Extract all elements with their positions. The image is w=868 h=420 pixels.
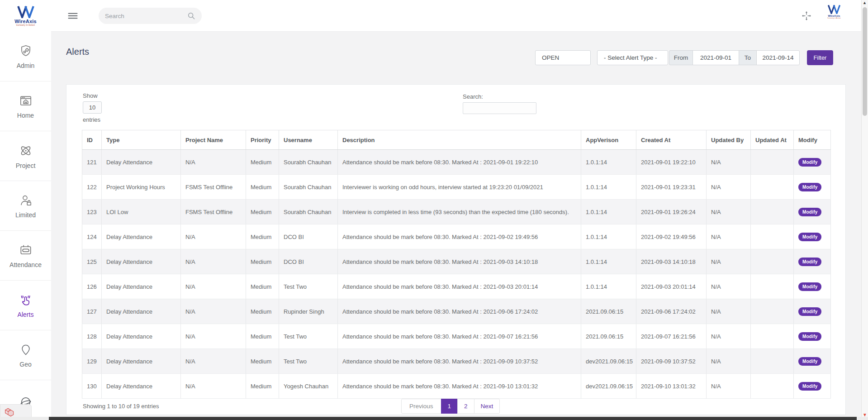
status-select[interactable]: OPEN xyxy=(535,50,591,65)
pagination-page-2[interactable]: 2 xyxy=(457,399,474,414)
horizontal-scrollbar[interactable] xyxy=(0,417,868,420)
sidebar-item-label: Geo xyxy=(19,361,31,368)
to-label: To xyxy=(739,50,757,65)
horizontal-scroll-thumb[interactable] xyxy=(49,417,857,420)
cell-project-name: N/A xyxy=(181,224,246,249)
cell-updated-by: N/A xyxy=(707,150,751,175)
modify-button[interactable]: Modify xyxy=(798,258,821,266)
global-search-input[interactable] xyxy=(105,13,187,19)
col-header-modify[interactable]: Modify xyxy=(794,130,831,150)
page-length-input[interactable] xyxy=(83,101,102,114)
modify-button[interactable]: Modify xyxy=(798,183,821,191)
modify-button[interactable]: Modify xyxy=(798,208,821,216)
from-date-input[interactable] xyxy=(693,50,739,65)
cell-updated-at xyxy=(751,324,794,349)
cell-updated-by: N/A xyxy=(707,374,751,399)
sidebar-item-project[interactable]: Project xyxy=(0,131,51,181)
col-header-priority[interactable]: Priority xyxy=(246,130,279,150)
modify-button[interactable]: Modify xyxy=(798,233,821,241)
cell-description: Attendance should be mark before 08:30. … xyxy=(338,299,581,324)
sidebar-item-admin[interactable]: Admin xyxy=(0,32,51,81)
vertical-scrollbar[interactable]: ▲ ▼ xyxy=(861,0,868,420)
cell-priority: Medium xyxy=(246,200,279,224)
cell-updated-at xyxy=(751,249,794,274)
sidebar-item-limited[interactable]: Limited xyxy=(0,181,51,231)
cell-updated-at xyxy=(751,274,794,299)
table-header-row: ID Type Project Name Priority Username D… xyxy=(82,130,831,150)
cell-app-version: dev2021.09.06:15 xyxy=(581,349,636,374)
table-row: 125Delay AttendanceN/AMediumDCO BIAttend… xyxy=(82,249,831,274)
cell-username: Test Two xyxy=(279,274,338,299)
col-header-id[interactable]: ID xyxy=(82,130,102,150)
cell-app-version: 2021.09.06:15 xyxy=(581,324,636,349)
menu-toggle-button[interactable] xyxy=(67,10,79,22)
cell-created-at: 2021-09-06 17:24:02 xyxy=(636,299,707,324)
cell-modify: Modify xyxy=(794,299,831,324)
modify-button[interactable]: Modify xyxy=(798,158,821,167)
cell-type: LOI Low xyxy=(102,200,181,224)
pagination-next[interactable]: Next xyxy=(474,399,500,414)
expand-arrows-icon xyxy=(802,11,811,21)
table-row: 128Delay AttendanceN/AMediumTest TwoAtte… xyxy=(82,324,831,349)
cell-modify: Modify xyxy=(794,175,831,200)
cell-created-at: 2021-09-01 19:26:24 xyxy=(636,200,707,224)
cell-username: Test Two xyxy=(279,324,338,349)
pagination-previous[interactable]: Previous xyxy=(401,399,441,414)
modify-button[interactable]: Modify xyxy=(798,357,821,366)
cell-username: Rupinder Singh xyxy=(279,299,338,324)
table-search-control: Search: xyxy=(463,93,536,114)
sidebar-item-attendance[interactable]: Attendance xyxy=(0,231,51,281)
modify-button[interactable]: Modify xyxy=(798,382,821,391)
col-header-updated-by[interactable]: Updated By xyxy=(707,130,751,150)
modify-button[interactable]: Modify xyxy=(798,307,821,316)
table-search-input[interactable] xyxy=(463,102,536,114)
filter-button[interactable]: Filter xyxy=(807,50,833,65)
table-search-label: Search: xyxy=(463,93,483,100)
modify-button[interactable]: Modify xyxy=(798,282,821,291)
tap-hand-icon xyxy=(19,293,33,307)
sidebar-item-home[interactable]: Home xyxy=(0,81,51,131)
cell-type: Delay Attendance xyxy=(102,374,181,399)
cell-app-version: 1.0.1:14 xyxy=(581,150,636,175)
map-pin-icon xyxy=(19,343,33,357)
cell-app-version: dev2021.09.06:15 xyxy=(581,374,636,399)
sidebar-item-geo[interactable]: Geo xyxy=(0,330,51,380)
col-header-updated-at[interactable]: Updated At xyxy=(751,130,794,150)
modify-button[interactable]: Modify xyxy=(798,332,821,341)
cell-description: Attendance should be mark before 08:30. … xyxy=(338,374,581,399)
cell-app-version: 1.0.1:14 xyxy=(581,200,636,224)
scroll-up-arrow-icon[interactable]: ▲ xyxy=(863,0,867,5)
table-row: 124Delay AttendanceN/AMediumDCO BIAttend… xyxy=(82,224,831,249)
cell-created-at: 2021-09-03 20:01:14 xyxy=(636,274,707,299)
wireaxis-logo-icon xyxy=(827,5,841,14)
cell-updated-at xyxy=(751,349,794,374)
vertical-scroll-thumb[interactable] xyxy=(863,7,867,116)
cell-updated-at xyxy=(751,150,794,175)
table-row: 126Delay AttendanceN/AMediumTest TwoAtte… xyxy=(82,274,831,299)
cell-created-at: 2021-09-02 19:49:56 xyxy=(636,224,707,249)
to-date-input[interactable] xyxy=(756,50,800,65)
sidebar-item-label: Admin xyxy=(17,62,35,69)
col-header-project-name[interactable]: Project Name xyxy=(181,130,246,150)
cell-updated-at xyxy=(751,374,794,399)
col-header-created-at[interactable]: Created At xyxy=(636,130,707,150)
cell-updated-by: N/A xyxy=(707,224,751,249)
alerts-filter-bar: OPEN - Select Alert Type - From To Filte… xyxy=(535,50,833,65)
search-icon[interactable] xyxy=(187,12,195,20)
cell-modify: Modify xyxy=(794,374,831,399)
user-lock-icon xyxy=(19,193,33,208)
pagination-page-1[interactable]: 1 xyxy=(441,399,458,414)
cell-project-name: N/A xyxy=(181,324,246,349)
alert-type-select[interactable]: - Select Alert Type - xyxy=(597,50,668,65)
cell-id: 123 xyxy=(82,200,102,224)
fullscreen-button[interactable] xyxy=(802,11,811,21)
table-row: 122Project Working HoursFSMS Test Offlin… xyxy=(82,175,831,200)
col-header-description[interactable]: Description xyxy=(338,130,581,150)
col-header-type[interactable]: Type xyxy=(102,130,181,150)
sidebar-item-alerts[interactable]: Alerts xyxy=(0,281,51,330)
cell-priority: Medium xyxy=(246,224,279,249)
col-header-appverison[interactable]: AppVerison xyxy=(581,130,636,150)
brand-logo[interactable]: WireAxis Curiosity in Action xyxy=(0,0,51,32)
col-header-username[interactable]: Username xyxy=(279,130,338,150)
table-summary: Showing 1 to 10 of 19 entries xyxy=(83,403,159,410)
